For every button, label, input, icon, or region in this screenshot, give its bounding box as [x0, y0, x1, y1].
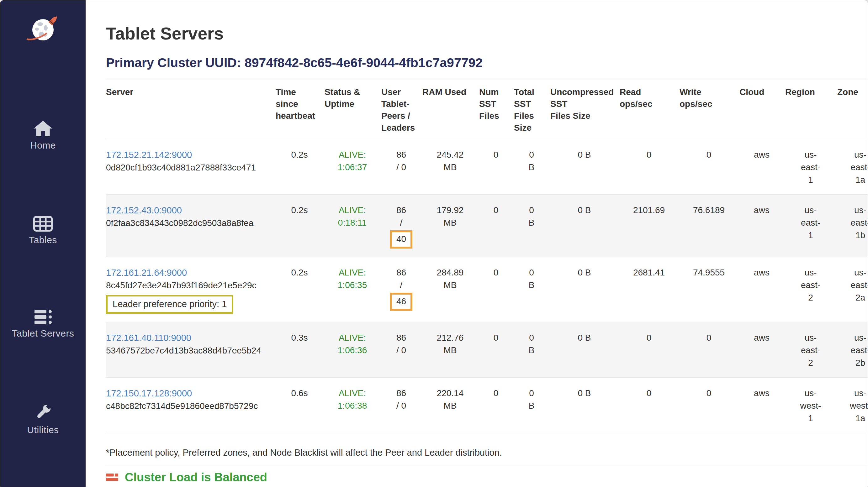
peers-count: 86 [381, 266, 421, 279]
ram-used-cell: 179.92 MB [423, 195, 479, 257]
server-address-link[interactable]: 172.161.40.110:9000 [106, 333, 191, 343]
column-header-1: Time since heartbeat [276, 80, 324, 139]
write-ops-cell: 0 [680, 322, 739, 378]
num-sst-files-cell: 0 [479, 139, 514, 195]
sidebar-item-utilities[interactable]: Utilities [0, 403, 86, 435]
server-address-link[interactable]: 172.161.21.64:9000 [106, 268, 187, 278]
page-title: Tablet Servers [106, 24, 868, 43]
zone-cell: us- east- 1b [837, 195, 868, 257]
status-alive-label: ALIVE: [324, 387, 380, 399]
write-ops-cell: 0 [680, 139, 739, 195]
table-grid-icon [33, 216, 53, 232]
uncompressed-sst-size-cell: 0 B [550, 195, 620, 257]
column-header-6: Total SST Files Size [514, 80, 550, 139]
peers-count: 86 [381, 149, 421, 161]
sidebar-item-tablet-servers[interactable]: Tablet Servers [0, 309, 86, 339]
server-address-link[interactable]: 172.152.43.0:9000 [106, 205, 182, 215]
server-uuid: 8c45fd27e3e24b7b93f169de21e5e29c [106, 279, 274, 292]
zone-cell: us- west- 1a [837, 378, 868, 433]
read-ops-cell: 0 [620, 322, 680, 378]
leader-preference-badge: Leader preference priority: 1 [106, 295, 233, 314]
peers-leaders-cell: 86 / 46 [381, 257, 423, 322]
write-ops-cell: 76.6189 [680, 195, 739, 257]
status-alive-label: ALIVE: [324, 266, 380, 279]
table-row: 172.152.43.0:9000 0f2faa3c834343c0982dc9… [106, 195, 868, 257]
sidebar-item-tables-label: Tables [0, 235, 86, 246]
status-uptime-cell: ALIVE: 1:06:38 [324, 378, 381, 433]
column-header-0: Server [106, 80, 276, 139]
read-ops-cell: 0 [620, 139, 680, 195]
main-content: Tablet Servers Primary Cluster UUID: 897… [86, 24, 868, 484]
server-cell: 172.150.17.128:9000 c48bc82fc7314d5e9186… [106, 378, 276, 433]
server-cell: 172.161.40.110:9000 53467572be7c4d13b3ac… [106, 322, 276, 378]
server-uuid: 0f2faa3c834343c0982dc9503a8a8fea [106, 217, 274, 229]
leaders-highlight-box: 40 [390, 230, 412, 249]
server-uuid: 53467572be7c4d13b3ac88d4b7ee5b24 [106, 345, 274, 357]
server-address-link[interactable]: 172.152.21.142:9000 [106, 150, 192, 160]
table-row: 172.161.40.110:9000 53467572be7c4d13b3ac… [106, 322, 868, 378]
num-sst-files-cell: 0 [479, 378, 514, 433]
sidebar-item-tables[interactable]: Tables [0, 216, 86, 246]
sidebar-item-home-label: Home [0, 140, 86, 151]
server-tasks-icon [106, 474, 119, 482]
leaders-count: / 0 [381, 161, 421, 173]
ram-used-cell: 245.42 MB [423, 139, 479, 195]
peers-count: 86 [381, 331, 421, 344]
ram-used-cell: 212.76 MB [423, 322, 479, 378]
status-uptime-cell: ALIVE: 1:06:37 [324, 139, 381, 195]
peers-leaders-cell: 86 / 0 [381, 139, 423, 195]
uncompressed-sst-size-cell: 0 B [550, 322, 620, 378]
cluster-load-section: Cluster Load is Balanced [106, 465, 868, 484]
cloud-cell: aws [739, 257, 785, 322]
table-row: 172.152.21.142:9000 0d820cf1b93c40d881a2… [106, 139, 868, 195]
sidebar-item-home[interactable]: Home [0, 120, 86, 151]
uptime-value: 1:06:36 [324, 344, 380, 357]
uptime-value: 1:06:35 [324, 279, 380, 291]
column-header-5: Num SST Files [479, 80, 514, 139]
primary-cluster-uuid-heading: Primary Cluster UUID: 8974f842-8c65-4e6f… [106, 56, 868, 70]
wrench-icon [34, 403, 52, 422]
server-uuid: 0d820cf1b93c40d881a27888f33ce471 [106, 161, 274, 174]
server-cell: 172.161.21.64:9000 8c45fd27e3e24b7b93f16… [106, 257, 276, 322]
column-header-3: User Tablet- Peers / Leaders [381, 80, 423, 139]
total-sst-size-cell: 0 B [514, 378, 550, 433]
peers-leaders-cell: 86 / 0 [381, 378, 423, 433]
zone-cell: us- east- 2b [837, 322, 868, 378]
zone-cell: us- east- 1a [837, 139, 868, 195]
sidebar: Home Tables Tablet Servers [0, 0, 86, 487]
uptime-value: 1:06:38 [324, 399, 380, 412]
uptime-value: 1:06:37 [324, 161, 380, 173]
browser-viewport: Home Tables Tablet Servers [0, 0, 868, 487]
heartbeat-cell: 0.3s [276, 322, 324, 378]
leaders-count: / 0 [381, 344, 421, 357]
total-sst-size-cell: 0 B [514, 139, 550, 195]
cloud-cell: aws [739, 322, 785, 378]
cluster-load-heading: Cluster Load is Balanced [125, 471, 267, 484]
table-row: 172.150.17.128:9000 c48bc82fc7314d5e9186… [106, 378, 868, 433]
status-alive-label: ALIVE: [324, 331, 380, 344]
leaders-count: / 0 [381, 399, 421, 412]
heartbeat-cell: 0.6s [276, 378, 324, 433]
leaders-highlight-box: 46 [390, 293, 412, 311]
peers-count: 86 [381, 204, 421, 217]
write-ops-cell: 74.9555 [680, 257, 739, 322]
region-cell: us- east- 1 [785, 139, 837, 195]
column-header-4: RAM Used [423, 80, 479, 139]
peers-leaders-cell: 86 / 40 [381, 195, 423, 257]
status-uptime-cell: ALIVE: 0:18:11 [324, 195, 381, 257]
sidebar-item-tablet-servers-label: Tablet Servers [0, 328, 86, 339]
status-uptime-cell: ALIVE: 1:06:36 [324, 322, 381, 378]
column-header-7: Uncompressed SST Files Size [550, 80, 620, 139]
heartbeat-cell: 0.2s [276, 195, 324, 257]
sidebar-item-utilities-label: Utilities [0, 425, 86, 435]
total-sst-size-cell: 0 B [514, 195, 550, 257]
leaders-count: / [381, 217, 421, 229]
table-row: 172.161.21.64:9000 8c45fd27e3e24b7b93f16… [106, 257, 868, 322]
uptime-value: 0:18:11 [324, 217, 380, 229]
uncompressed-sst-size-cell: 0 B [550, 257, 620, 322]
column-header-10: Cloud [739, 80, 785, 139]
cloud-cell: aws [739, 378, 785, 433]
num-sst-files-cell: 0 [479, 195, 514, 257]
server-address-link[interactable]: 172.150.17.128:9000 [106, 388, 192, 398]
yugabytedb-logo-icon [24, 15, 62, 46]
